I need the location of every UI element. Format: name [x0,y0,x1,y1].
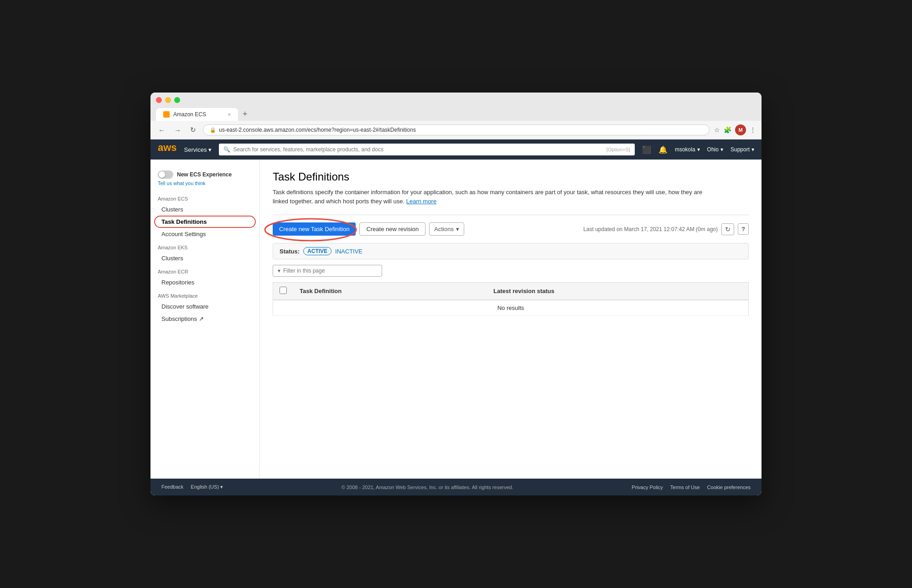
main-layout: New ECS Experience Tell us what you thin… [150,160,762,479]
sidebar-section-ecr: Amazon ECR [150,264,259,276]
create-task-definition-button[interactable]: Create new Task Definition [273,222,356,236]
create-new-revision-button[interactable]: Create new revision [359,222,425,236]
browser-tab[interactable]: Amazon ECS × [156,108,238,121]
page-title: Task Definitions [273,170,749,183]
aws-search-bar[interactable]: 🔍 [Option+S] [219,144,634,155]
lock-icon: 🔒 [210,127,216,133]
search-shortcut: [Option+S] [606,147,630,152]
toggle-switch[interactable] [158,170,173,179]
browser-profile-avatar[interactable]: M [735,124,746,135]
sidebar-item-clusters[interactable]: Clusters [150,203,259,216]
forward-button[interactable]: → [172,125,183,135]
sidebar-section-ecs: Amazon ECS [150,191,259,203]
content-divider [273,215,749,215]
refresh-button[interactable]: ↻ [721,223,734,235]
url-bar[interactable]: 🔒 us-east-2.console.aws.amazon.com/ecs/h… [203,124,710,135]
traffic-light-maximize[interactable] [174,97,180,103]
filter-input-wrapper[interactable]: ▾ [273,265,382,277]
sidebar-section-eks: Amazon EKS [150,240,259,252]
feedback-link[interactable]: Feedback [161,484,183,490]
cookie-preferences-link[interactable]: Cookie preferences [707,485,751,490]
region-chevron-icon: ▾ [720,146,723,153]
traffic-light-minimize[interactable] [165,97,171,103]
sidebar: New ECS Experience Tell us what you thin… [150,160,260,479]
user-chevron-icon: ▾ [697,146,700,153]
traffic-light-close[interactable] [156,97,162,103]
new-ecs-toggle[interactable]: New ECS Experience [150,167,259,181]
sidebar-item-eks-clusters[interactable]: Clusters [150,252,259,264]
terms-of-use-link[interactable]: Terms of Use [670,485,700,490]
status-inactive-link[interactable]: INACTIVE [335,248,363,255]
toggle-knob [159,171,165,178]
url-text: us-east-2.console.aws.amazon.com/ecs/hom… [219,127,703,133]
filter-icon: ▾ [278,268,280,274]
tab-favicon [163,111,170,118]
back-button[interactable]: ← [156,125,167,135]
footer-copyright: © 2008 - 2021, Amazon Web Services, Inc.… [223,485,632,490]
sidebar-item-task-definitions[interactable]: Task Definitions [154,216,256,228]
content-area: Task Definitions Task definitions specif… [260,160,762,479]
status-label: Status: [280,248,300,255]
refresh-button[interactable]: ↻ [188,125,198,135]
services-chevron-icon: ▾ [208,146,212,153]
table-no-results-row: No results [273,300,749,316]
sidebar-item-subscriptions[interactable]: Subscriptions ↗ [150,313,259,325]
services-button[interactable]: Services ▾ [184,146,212,153]
browser-menu-button[interactable]: ⋮ [750,126,756,134]
aws-logo: aws [158,142,177,157]
actions-chevron-icon: ▾ [456,226,459,232]
language-select[interactable]: English (US) ▾ [191,484,223,490]
filter-bar: ▾ [273,265,749,277]
page-description: Task definitions specify the container i… [273,188,710,206]
support-button[interactable]: Support ▾ [731,146,754,153]
actions-bar: Create new Task Definition Create new re… [273,222,749,236]
footer-left: Feedback English (US) ▾ [161,484,223,490]
sidebar-section-marketplace: AWS Marketplace [150,289,259,300]
select-all-checkbox[interactable] [280,287,287,294]
address-bar: ← → ↻ 🔒 us-east-2.console.aws.amazon.com… [150,121,762,139]
learn-more-link[interactable]: Learn more [406,198,436,205]
table-col-revision-status: Latest revision status [487,283,748,300]
extensions-button[interactable]: 🧩 [724,126,731,134]
search-icon: 🔍 [223,146,230,153]
last-updated: Last updated on March 17, 2021 12:07:42 … [583,223,749,235]
region-button[interactable]: Ohio ▾ [707,146,723,153]
support-chevron-icon: ▾ [751,146,754,153]
sidebar-item-account-settings[interactable]: Account Settings [150,228,259,240]
notifications-button[interactable]: 🔔 [658,145,668,154]
status-active-badge[interactable]: ACTIVE [303,247,332,255]
new-tab-button[interactable]: + [239,108,251,121]
privacy-policy-link[interactable]: Privacy Policy [632,485,663,490]
help-button[interactable]: ? [738,223,749,235]
footer: Feedback English (US) ▾ © 2008 - 2021, A… [150,479,762,495]
table-col-checkbox [273,283,294,300]
browser-actions: ☆ 🧩 M ⋮ [714,124,756,135]
actions-dropdown-button[interactable]: Actions ▾ [429,222,464,236]
cloudshell-button[interactable]: ⬛ [642,145,651,154]
no-results-cell: No results [273,300,749,316]
filter-input[interactable] [283,268,365,274]
footer-right: Privacy Policy Terms of Use Cookie prefe… [632,485,751,490]
toggle-label: New ECS Experience [177,171,232,178]
toggle-link[interactable]: Tell us what you think [150,181,259,191]
create-btn-wrapper: Create new Task Definition [273,222,356,236]
aws-right-nav: ⬛ 🔔 msokola ▾ Ohio ▾ Support ▾ [642,145,754,154]
aws-topnav: aws Services ▾ 🔍 [Option+S] ⬛ 🔔 msokola … [150,139,762,160]
table-header-row: Task Definition Latest revision status [273,283,749,300]
sidebar-item-repositories[interactable]: Repositories [150,276,259,289]
sidebar-item-discover-software[interactable]: Discover software [150,300,259,313]
bookmark-button[interactable]: ☆ [714,126,720,134]
table-col-task-definition: Task Definition [293,283,487,300]
tab-title: Amazon ECS [173,111,206,118]
user-menu-button[interactable]: msokola ▾ [675,146,700,153]
status-bar: Status: ACTIVE INACTIVE [273,243,749,259]
search-input[interactable] [233,146,603,153]
task-definitions-table: Task Definition Latest revision status N… [273,282,749,316]
tab-close-button[interactable]: × [228,112,231,117]
